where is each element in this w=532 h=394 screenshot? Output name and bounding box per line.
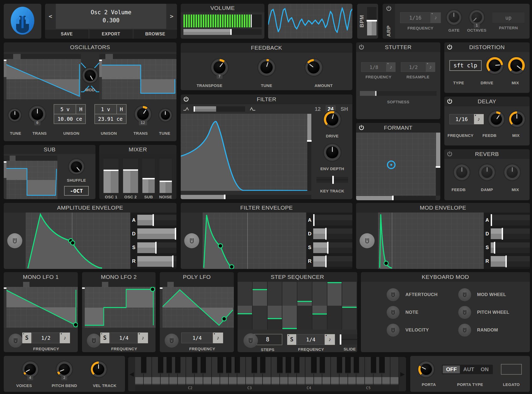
distortion-mix-knob[interactable]	[508, 57, 525, 74]
stutter-power-icon[interactable]	[359, 44, 364, 50]
distortion-drive-knob[interactable]	[486, 57, 503, 74]
distortion-type-select[interactable]: sft clp	[449, 60, 482, 71]
delay-feedback-knob[interactable]	[489, 111, 504, 127]
lfo1-mod-button[interactable]	[9, 334, 23, 348]
black-key[interactable]	[235, 357, 240, 374]
reverb-damp-knob[interactable]	[479, 165, 495, 180]
formant-power-icon[interactable]	[359, 125, 364, 131]
seq-step[interactable]	[238, 282, 253, 330]
filter-drive-knob[interactable]	[324, 111, 341, 128]
seq-step[interactable]	[312, 282, 327, 330]
lfo2-waveform-display[interactable]	[82, 287, 156, 328]
poly-lfo-phase-slider[interactable]	[160, 282, 234, 287]
filter-env-display[interactable]	[203, 213, 306, 269]
black-key[interactable]	[252, 357, 257, 374]
stutter-frequency-combo[interactable]: 1/8 ▾♪	[361, 62, 396, 72]
poly-lfo-waveform-display[interactable]	[160, 287, 234, 328]
reverb-feedback-knob[interactable]	[454, 165, 470, 180]
osc1-unison-selector[interactable]: 5 v H 10.00 ce	[54, 104, 86, 124]
porta-type-on[interactable]: ON	[478, 366, 492, 373]
filter-response-display[interactable]	[181, 114, 311, 191]
browse-button[interactable]: BROWSE	[134, 30, 177, 39]
black-key[interactable]	[277, 357, 282, 374]
white-key[interactable]	[390, 357, 399, 385]
osc1-waveform-display[interactable]	[4, 59, 81, 99]
note-mod-button[interactable]	[387, 306, 400, 319]
osc2-waveform-display[interactable]	[99, 59, 176, 99]
mod-release-slider[interactable]	[491, 256, 530, 267]
note-icon[interactable]: ▾♪	[325, 334, 335, 345]
note-icon[interactable]: ▾♪	[138, 333, 148, 343]
pitch-bend-knob[interactable]: 2	[57, 362, 72, 377]
lfo1-phase-slider[interactable]	[4, 282, 78, 287]
seq-step[interactable]	[282, 282, 297, 330]
sub-waveform-display[interactable]	[4, 161, 57, 199]
pitch-wheel-mod-button[interactable]	[458, 306, 471, 319]
filter-sustain-slider[interactable]	[313, 242, 352, 253]
osc1-unison-detune[interactable]: 10.00 ce	[54, 114, 85, 123]
filter-resonance-scrollbar[interactable]	[307, 114, 311, 191]
osc1-harmonize-button[interactable]: H	[76, 105, 85, 114]
export-button[interactable]: EXPORT	[89, 30, 133, 39]
lfo2-frequency-combo[interactable]: 1/4 ▾♪	[110, 333, 148, 343]
black-key[interactable]	[286, 357, 291, 374]
reverb-power-icon[interactable]	[447, 151, 453, 157]
vel-track-knob[interactable]	[91, 362, 106, 377]
mod-decay-slider[interactable]	[491, 228, 530, 239]
note-icon[interactable]: ▾♪	[213, 333, 223, 343]
black-key[interactable]	[379, 357, 385, 374]
black-key[interactable]	[311, 357, 316, 374]
delay-power-icon[interactable]	[447, 99, 453, 104]
osc2-unison-detune[interactable]: 23.91 ce	[95, 114, 126, 123]
sub-octave-button[interactable]: -OCT	[64, 186, 89, 196]
lfo1-sync-button[interactable]: ▾S	[22, 333, 31, 343]
amp-sustain-slider[interactable]	[137, 242, 176, 253]
mod-env-display[interactable]	[378, 213, 484, 269]
arp-gate-knob[interactable]	[447, 10, 461, 25]
formant-x-scrollbar[interactable]	[356, 196, 436, 200]
arp-pattern-select[interactable]: up	[492, 13, 524, 23]
osc2-harmonize-button[interactable]: H	[117, 105, 126, 114]
poly-lfo-mod-button[interactable]	[165, 334, 179, 348]
osc2-trans-knob[interactable]: 12	[135, 106, 151, 122]
keyboard-scroll-left-button[interactable]: ◀	[128, 357, 135, 391]
porta-type-aut[interactable]: AUT	[460, 366, 477, 373]
amp-release-slider[interactable]	[137, 256, 176, 267]
step-seq-mod-button[interactable]	[243, 333, 258, 348]
volume-slider[interactable]	[183, 29, 262, 35]
feedback-tune-knob[interactable]	[258, 59, 275, 76]
sub-phase-slider[interactable]	[4, 156, 57, 161]
feedback-transpose-knob[interactable]: 7	[211, 59, 228, 76]
formant-y-scrollbar[interactable]	[436, 133, 440, 196]
amp-decay-slider[interactable]	[137, 228, 176, 239]
feedback-amount-knob[interactable]	[305, 59, 322, 76]
prev-patch-button[interactable]: <	[45, 4, 56, 29]
seq-step[interactable]	[327, 282, 342, 330]
lfo2-mod-button[interactable]	[87, 334, 101, 348]
black-key[interactable]	[226, 357, 231, 374]
mod-sustain-slider[interactable]	[491, 242, 530, 253]
lfo1-waveform-display[interactable]	[4, 287, 78, 328]
distortion-power-icon[interactable]	[447, 44, 453, 50]
osc2-tune-knob[interactable]	[159, 109, 172, 121]
seq-step[interactable]	[268, 282, 283, 330]
bpm-slider[interactable]	[367, 7, 376, 35]
black-key[interactable]	[141, 357, 146, 374]
arp-octaves-knob[interactable]: 1	[470, 10, 484, 25]
sub-shuffle-knob[interactable]	[69, 159, 84, 174]
keyboard-keys[interactable]	[135, 357, 399, 385]
filter-env-depth-knob[interactable]	[324, 144, 341, 161]
mixer-osc2-slider[interactable]	[123, 159, 138, 193]
save-button[interactable]: SAVE	[45, 30, 88, 39]
lfo1-frequency-combo[interactable]: 1/2 ▾♪	[32, 333, 70, 343]
black-key[interactable]	[217, 357, 223, 374]
mixer-osc1-slider[interactable]	[104, 159, 119, 193]
filter-release-slider[interactable]	[313, 256, 352, 267]
delay-mix-knob[interactable]	[509, 111, 525, 127]
black-key[interactable]	[260, 357, 265, 374]
amp-env-display[interactable]	[26, 213, 130, 269]
black-key[interactable]	[192, 357, 197, 374]
stutter-resample-combo[interactable]: 1/2 ▾♪	[401, 62, 435, 72]
lfo2-sync-button[interactable]: ▾S	[100, 333, 109, 343]
poly-lfo-frequency-combo[interactable]: 1/4 ▾♪	[181, 333, 223, 343]
